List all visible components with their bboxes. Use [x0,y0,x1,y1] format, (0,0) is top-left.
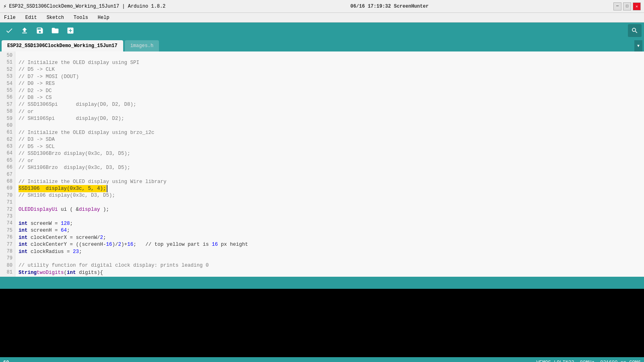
code-line[interactable]: // Initialize the OLED display using SPI [19,59,644,66]
menu-edit[interactable]: Edit [23,14,39,21]
code-line[interactable]: int clockCenterY = ((screenH-16)/2)+16; … [19,241,644,248]
verify-button[interactable] [2,24,16,37]
code-line[interactable] [19,199,644,206]
editor-area: 5051525354555657585960616263646566676869… [0,51,644,277]
code-line[interactable] [19,213,644,220]
close-button[interactable]: ✕ [633,2,641,10]
code-line[interactable]: // D3 -> SDA [19,136,644,143]
line-number: 66 [0,164,12,171]
minimize-button[interactable]: ─ [613,2,621,10]
code-line[interactable] [19,171,644,178]
line-number: 69 [0,185,12,192]
upload-button[interactable] [18,24,31,37]
code-line[interactable]: if(digits < 10) { [19,276,644,277]
maximize-button[interactable]: □ [623,2,631,10]
code-line[interactable]: // SH1106Brzo display(0x3c, D3, D5); [19,164,644,171]
line-number: 64 [0,150,12,157]
tab-images[interactable]: images.h [125,40,159,51]
code-line[interactable] [19,122,644,129]
code-line[interactable]: int clockRadius = 23; [19,248,644,255]
teal-footer-area [0,277,644,289]
code-line[interactable]: // SSD1306Brzo display(0x3c, D3, D5); [19,150,644,157]
code-line[interactable]: // Initialize the OLED display using brz… [19,129,644,136]
code-line[interactable]: // SSD1306Spi display(D0, D2, D8); [19,101,644,108]
code-line[interactable]: // D2 -> DC [19,87,644,94]
line-number: 68 [0,178,12,185]
code-line[interactable]: int clockCenterX = screenW/2; [19,234,644,241]
tabs-bar: ESP32_SSD1306ClockDemo_Working_15Jun17 i… [0,39,644,51]
code-line[interactable]: // Initialize the OLED display using Wir… [19,178,644,185]
code-line[interactable]: // D5 -> SCL [19,143,644,150]
toolbar [0,23,644,39]
line-number: 54 [0,80,12,87]
line-number: 58 [0,108,12,115]
menu-help[interactable]: Help [95,14,112,21]
line-number: 65 [0,157,12,164]
code-line[interactable]: // D8 -> CS [19,94,644,101]
line-number: 59 [0,115,12,122]
code-line[interactable]: int screenW = 128; [19,220,644,227]
line-number: 80 [0,262,12,269]
code-line[interactable]: // or [19,108,644,115]
title-bar-center: 06/16 17:19:32 ScreenHunter [350,4,428,9]
line-number: 76 [0,234,12,241]
line-number: 72 [0,206,12,213]
line-number: 55 [0,87,12,94]
search-button[interactable] [628,24,642,37]
code-line[interactable]: // D7 -> MOSI (DOUT) [19,73,644,80]
line-number: 62 [0,136,12,143]
menu-bar: File Edit Sketch Tools Help [0,13,644,23]
new-button[interactable] [64,24,77,37]
line-number: 61 [0,129,12,136]
window-title: ESP32_SSD1306ClockDemo_Working_15Jun17 |… [9,4,165,9]
line-number: 74 [0,220,12,227]
line-number: 53 [0,73,12,80]
line-number: 81 [0,269,12,276]
line-number: 52 [0,66,12,73]
app-icon: ⚡ [3,3,6,10]
menu-sketch[interactable]: Sketch [44,14,66,21]
title-bar-left: ⚡ ESP32_SSD1306ClockDemo_Working_15Jun17… [3,3,165,10]
line-number: 57 [0,101,12,108]
menu-tools[interactable]: Tools [71,14,91,21]
line-number: 77 [0,241,12,248]
line-number: 78 [0,248,12,255]
code-line[interactable] [19,52,644,59]
line-number: 70 [0,192,12,199]
line-number: 82 [0,276,12,277]
line-number: 50 [0,52,12,59]
line-number: 73 [0,213,12,220]
tab-dropdown[interactable]: ▼ [634,40,642,51]
line-number: 75 [0,227,12,234]
code-line[interactable]: // D0 -> RES [19,80,644,87]
code-line[interactable]: String twoDigits(int digits){ [19,269,644,276]
save-button[interactable] [33,24,47,37]
console-area [0,289,644,357]
title-bar: ⚡ ESP32_SSD1306ClockDemo_Working_15Jun17… [0,0,644,13]
code-line[interactable] [19,255,644,262]
line-number: 56 [0,94,12,101]
line-numbers: 5051525354555657585960616263646566676869… [0,51,15,277]
status-bar: 69 WEMOS LOLIN32, 80MHz, 921600 on COM6 [0,357,644,362]
status-board: WEMOS LOLIN32, 80MHz, 921600 on COM6 [537,360,641,362]
code-line[interactable]: // or [19,157,644,164]
code-line[interactable]: // utility function for digital clock di… [19,262,644,269]
line-number: 51 [0,59,12,66]
toolbar-right [628,24,642,37]
title-bar-controls[interactable]: ─ □ ✕ [613,2,641,10]
line-number: 71 [0,199,12,206]
open-button[interactable] [48,24,62,37]
line-number: 63 [0,143,12,150]
code-line[interactable]: int screenH = 64; [19,227,644,234]
tab-main[interactable]: ESP32_SSD1306ClockDemo_Working_15Jun17 [2,40,123,51]
code-line[interactable]: // D5 -> CLK [19,66,644,73]
status-line: 69 [3,360,9,362]
code-content[interactable]: // Initialize the OLED display using SPI… [15,51,644,277]
line-number: 79 [0,255,12,262]
code-line[interactable]: // SH1106 display(0x3c, D3, D5); [19,192,644,199]
menu-file[interactable]: File [2,14,18,21]
code-line[interactable]: OLEDDisplayUi ui ( &display ); [19,206,644,213]
line-number: 67 [0,171,12,178]
code-line[interactable]: // SH1106Spi display(D0, D2); [19,115,644,122]
code-line[interactable]: SSD1306 display(0x3c, 5, 4); [19,185,644,192]
